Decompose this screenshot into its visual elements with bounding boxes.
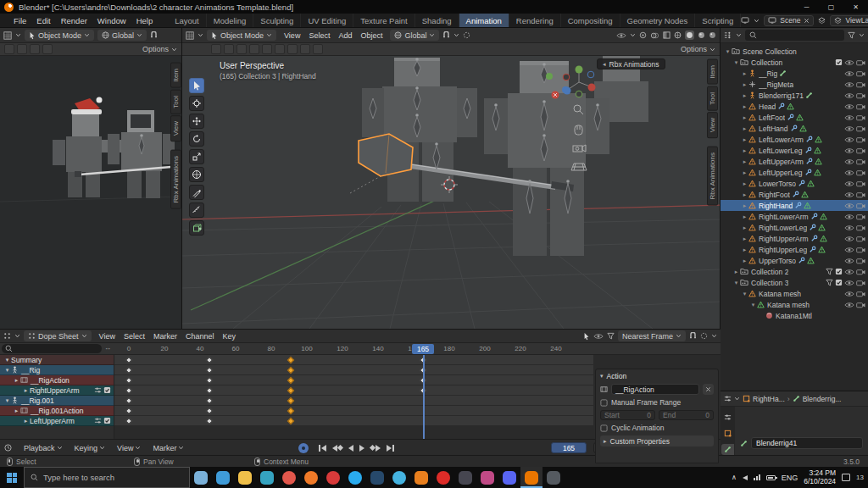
hide-eye-icon[interactable]	[844, 280, 854, 286]
jump-to-end-button[interactable]	[387, 445, 394, 452]
channel-summary[interactable]: ▾Summary	[0, 355, 114, 365]
hide-eye-icon[interactable]	[844, 92, 854, 99]
expand-icon[interactable]: ▾	[749, 302, 757, 308]
volume-icon[interactable]	[743, 475, 748, 480]
hide-eye-icon[interactable]	[844, 291, 854, 297]
outliner-item-rightupperleg[interactable]: ▸RightUpperLeg	[721, 244, 868, 255]
viewport-menu-object[interactable]: Object	[356, 31, 387, 40]
toggle-button[interactable]	[42, 44, 53, 54]
proportional-edit-icon[interactable]	[700, 332, 708, 340]
tab-tool[interactable]	[721, 412, 734, 423]
expand-icon[interactable]: ▸	[13, 377, 20, 384]
taskbar-app-firefox[interactable]	[300, 467, 322, 488]
workspace-tab-geometry-nodes[interactable]: Geometry Nodes	[620, 14, 696, 27]
editor-type-icon[interactable]	[4, 444, 12, 452]
workspace-tab-compositing[interactable]: Compositing	[561, 14, 620, 27]
workspace-tab-modeling[interactable]: Modeling	[207, 14, 254, 27]
close-button[interactable]: ✕	[843, 0, 868, 14]
hide-eye-icon[interactable]	[844, 302, 854, 308]
outliner-item-leftlowerleg[interactable]: ▸LeftLowerLeg	[721, 145, 868, 156]
dope-mode-dropdown[interactable]: Dope Sheet	[24, 330, 92, 341]
taskbar-app-opera[interactable]	[322, 467, 344, 488]
taskbar-app-obs[interactable]	[454, 467, 476, 488]
expand-icon[interactable]: ▾	[3, 367, 11, 374]
workspace-tab-animation[interactable]: Animation	[459, 14, 509, 27]
options-button[interactable]: Options	[142, 45, 169, 53]
viewport-menu-select[interactable]: Select	[304, 31, 334, 40]
minimize-button[interactable]: ─	[794, 0, 819, 14]
tool-cursor-3d[interactable]	[189, 96, 204, 111]
exclude-checkbox[interactable]	[835, 58, 843, 66]
dope-menu-channel[interactable]: Channel	[181, 332, 219, 341]
taskbar-app-file-explorer[interactable]	[234, 467, 256, 488]
toggle-button[interactable]	[236, 44, 247, 54]
disable-render-icon[interactable]	[856, 302, 865, 308]
expand-icon[interactable]: ▸	[741, 180, 748, 187]
outliner-item-katana-mesh[interactable]: ▾Katana mesh	[721, 288, 868, 299]
expand-icon[interactable]: ▸	[13, 408, 20, 414]
hide-eye-icon[interactable]	[844, 191, 854, 198]
expand-icon[interactable]: ▸	[22, 387, 30, 394]
toggle-button[interactable]	[313, 44, 323, 54]
network-icon[interactable]	[754, 474, 760, 480]
toggle-button[interactable]	[262, 44, 272, 54]
disable-render-icon[interactable]	[856, 70, 865, 77]
disable-render-icon[interactable]	[856, 225, 865, 231]
taskbar-app-discord[interactable]	[498, 467, 520, 488]
editor-type-icon[interactable]	[3, 332, 11, 340]
viewport-tab-tool[interactable]: Tool	[707, 86, 718, 111]
outliner-item-lefthand[interactable]: ▸LeftHand	[721, 123, 868, 134]
disable-render-icon[interactable]	[856, 236, 865, 242]
dope-menu-marker[interactable]: Marker	[149, 332, 181, 341]
hide-eye-icon[interactable]	[844, 269, 854, 275]
left-viewport-canvas[interactable]: ItemToolViewRbx Animations	[0, 56, 181, 329]
chevron-down-icon[interactable]	[754, 18, 760, 24]
expand-icon[interactable]: ▾	[3, 357, 11, 363]
tool-annotate[interactable]	[189, 185, 204, 200]
dope-menu-select[interactable]: Select	[120, 332, 149, 341]
editor-type-icon[interactable]	[3, 31, 12, 40]
toggle-button[interactable]	[300, 44, 310, 54]
hide-eye-icon[interactable]	[844, 225, 854, 231]
menu-file[interactable]: File	[8, 14, 31, 27]
workspace-tab-scripting[interactable]: Scripting	[695, 14, 741, 27]
filter-icon[interactable]	[826, 279, 833, 286]
disable-render-icon[interactable]	[856, 191, 865, 198]
playbar-menu-marker[interactable]: Marker	[147, 444, 189, 452]
show-hidden-icon[interactable]	[593, 333, 604, 340]
mode-dropdown[interactable]: Object Mode	[25, 30, 94, 41]
resize-handle[interactable]: ↔	[104, 344, 111, 352]
taskbar-app-github[interactable]	[542, 467, 565, 488]
snap-magnet-icon[interactable]	[150, 31, 158, 39]
current-frame-badge[interactable]: 165	[412, 344, 434, 354]
taskbar-app-telegram[interactable]	[344, 467, 366, 488]
expand-icon[interactable]: ▸	[741, 125, 748, 132]
modifier-sliders-icon[interactable]	[94, 417, 102, 424]
workspace-tab-shading[interactable]: Shading	[415, 14, 459, 27]
expand-icon[interactable]: ▾	[724, 48, 732, 55]
playbar-menu-keying[interactable]: Keying	[70, 444, 111, 452]
chevron-down-icon[interactable]	[736, 32, 742, 38]
taskbar-app-skype[interactable]	[388, 467, 410, 488]
expand-icon[interactable]: ▸	[741, 247, 748, 253]
disable-render-icon[interactable]	[856, 180, 865, 187]
disable-render-icon[interactable]	[856, 169, 865, 176]
taskbar-app-youtube[interactable]	[432, 467, 454, 488]
disable-render-icon[interactable]	[856, 158, 865, 165]
expand-icon[interactable]: ▸	[741, 225, 748, 231]
chevron-down-icon[interactable]	[711, 333, 717, 339]
expand-icon[interactable]: ▾	[3, 397, 11, 404]
taskbar-app-photos[interactable]	[212, 467, 234, 488]
outliner-item-rightlowerarm[interactable]: ▸RightLowerArm	[721, 211, 868, 222]
outliner-item-rightlowerleg[interactable]: ▸RightLowerLeg	[721, 222, 868, 233]
workspace-tab-texture-paint[interactable]: Texture Paint	[353, 14, 415, 27]
hide-eye-icon[interactable]	[844, 59, 854, 66]
current-frame-line[interactable]	[423, 355, 425, 439]
auto-keying-button[interactable]	[298, 443, 309, 453]
expand-icon[interactable]: ▾	[732, 59, 740, 66]
chevron-down-icon[interactable]	[630, 32, 636, 38]
tool-measure[interactable]	[189, 202, 204, 218]
outliner-item-rightupperarm[interactable]: ▸RightUpperArm	[721, 233, 868, 244]
playbar-menu-playback[interactable]: Playback	[19, 444, 68, 452]
tool-transform[interactable]	[189, 167, 204, 182]
